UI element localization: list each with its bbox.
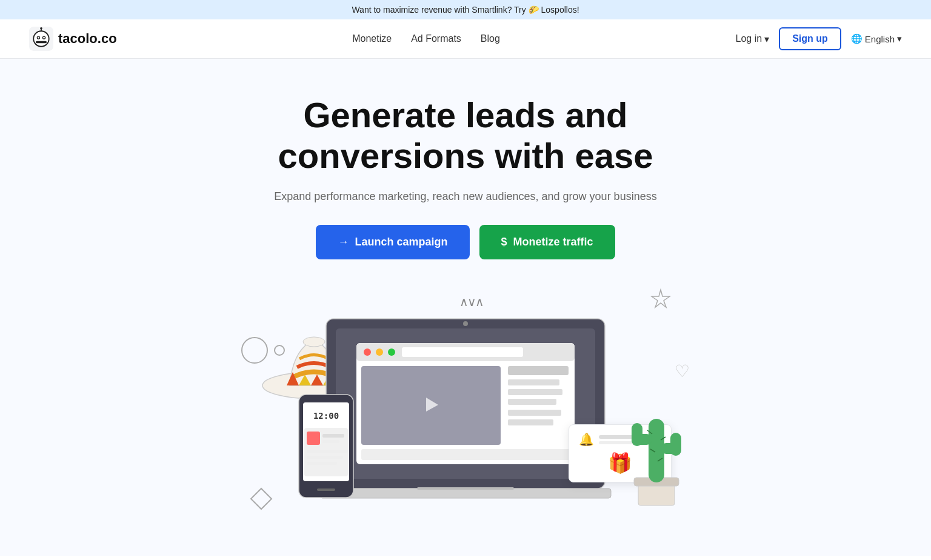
svg-point-24	[388, 348, 395, 356]
svg-rect-47	[317, 488, 335, 491]
language-selector[interactable]: 🌐 English ▾	[851, 33, 902, 44]
launch-campaign-button[interactable]: → Launch campaign	[316, 225, 469, 259]
deco-zigzag: ∧∨∧	[459, 295, 483, 309]
deco-star	[650, 288, 672, 313]
top-banner: Want to maximize revenue with Smartlink?…	[0, 0, 931, 19]
nav-ad-formats[interactable]: Ad Formats	[411, 33, 461, 44]
nav-monetize[interactable]: Monetize	[352, 33, 392, 44]
svg-rect-32	[508, 410, 561, 416]
svg-rect-36	[417, 487, 514, 490]
svg-rect-28	[508, 366, 569, 375]
svg-rect-33	[508, 419, 553, 425]
dollar-icon: $	[501, 236, 507, 248]
svg-point-19	[463, 321, 468, 326]
phone-icon: 12:00	[296, 392, 356, 501]
svg-rect-52	[632, 423, 642, 446]
svg-rect-35	[320, 488, 611, 498]
svg-rect-54	[670, 433, 681, 456]
svg-rect-41	[307, 432, 320, 445]
nav-blog[interactable]: Blog	[481, 33, 500, 44]
lang-chevron-icon: ▾	[897, 33, 902, 44]
svg-point-5	[38, 37, 39, 39]
svg-rect-43	[322, 440, 339, 443]
hero-section: Generate leads and conversions with ease…	[0, 59, 931, 556]
globe-icon: 🌐	[851, 33, 863, 44]
svg-point-22	[364, 348, 371, 356]
banner-text: Want to maximize revenue with Smartlink?…	[352, 5, 579, 15]
bell-icon: 🔔	[579, 432, 594, 447]
hero-subtitle: Expand performance marketing, reach new …	[15, 190, 916, 203]
hero-title: Generate leads and conversions with ease	[253, 95, 678, 176]
svg-rect-42	[322, 434, 344, 438]
chevron-down-icon: ▾	[764, 33, 769, 45]
svg-point-8	[40, 27, 42, 30]
nav-links: Monetize Ad Formats Blog	[352, 33, 500, 44]
arrow-right-icon: →	[338, 236, 349, 248]
navbar: tacolo.co Monetize Ad Formats Blog Log i…	[0, 19, 931, 59]
svg-rect-29	[508, 379, 559, 385]
cactus-icon	[617, 385, 696, 507]
monetize-traffic-button[interactable]: $ Monetize traffic	[479, 225, 615, 259]
svg-text:12:00: 12:00	[313, 411, 339, 421]
svg-rect-31	[508, 399, 556, 405]
logo[interactable]: tacolo.co	[29, 27, 117, 51]
svg-rect-34	[361, 449, 575, 460]
navbar-right: Log in ▾ Sign up 🌐 English ▾	[736, 27, 902, 50]
svg-rect-2	[36, 41, 47, 44]
signup-button[interactable]: Sign up	[779, 27, 841, 50]
hero-illustration: ∧∨∧ ♡	[235, 288, 696, 519]
logo-icon	[29, 27, 53, 51]
logo-text: tacolo.co	[58, 31, 117, 47]
login-button[interactable]: Log in ▾	[736, 33, 770, 45]
svg-rect-45	[307, 456, 343, 459]
svg-point-1	[33, 31, 48, 46]
svg-rect-25	[402, 347, 523, 357]
svg-point-23	[376, 348, 383, 356]
svg-rect-46	[307, 462, 337, 465]
hero-buttons: → Launch campaign $ Monetize traffic	[15, 225, 916, 259]
svg-marker-9	[652, 290, 670, 307]
svg-rect-44	[307, 450, 348, 453]
deco-diamond	[250, 488, 273, 510]
svg-point-6	[43, 37, 45, 39]
svg-rect-30	[508, 389, 562, 395]
deco-heart: ♡	[675, 361, 690, 381]
